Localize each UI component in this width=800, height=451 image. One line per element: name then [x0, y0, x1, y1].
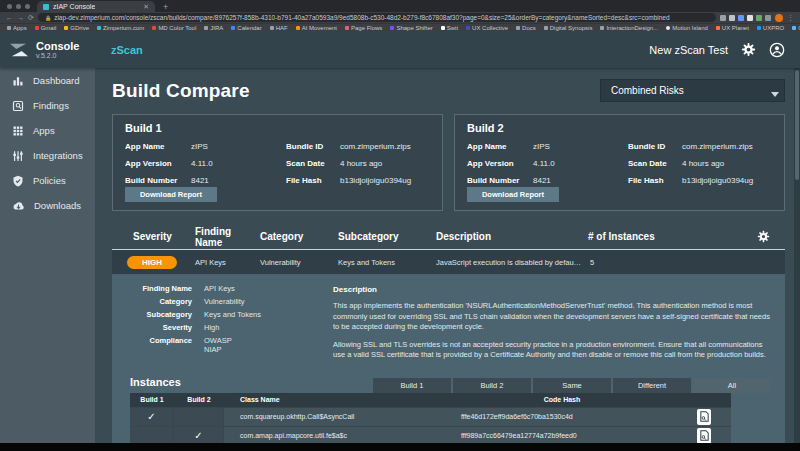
sidebar-item-findings[interactable]: Findings [0, 93, 95, 118]
file-report-icon [700, 411, 709, 422]
sidebar-item-apps[interactable]: Apps [0, 118, 95, 143]
finding-row[interactable]: HIGH API Keys Vulnerability Keys and Tok… [112, 250, 785, 274]
tab-build-2[interactable]: Build 2 [453, 378, 531, 393]
browser-menu-icon[interactable]: ⋮ [787, 14, 794, 22]
column-header[interactable]: Severity [133, 231, 195, 242]
tab-same[interactable]: Same [533, 378, 611, 393]
instances-section: Instances Build 1 Build 2 Same Different… [130, 376, 771, 443]
new-tab-button[interactable]: + [163, 3, 168, 12]
bookmark-item[interactable]: Shape Shifter [390, 25, 432, 31]
sidebar-item-downloads[interactable]: Downloads [0, 193, 95, 218]
instances-title: Instances [130, 376, 181, 388]
bookmark-item[interactable]: Docs [516, 25, 536, 31]
bookmark-item[interactable]: JIRA [204, 25, 223, 31]
bookmark-item[interactable]: Gmail [35, 25, 57, 31]
chevron-down-icon [771, 92, 779, 97]
column-header[interactable]: Subcategory [338, 231, 436, 242]
column-header[interactable]: # of Instances [588, 231, 757, 242]
tab-build-1[interactable]: Build 1 [373, 378, 451, 393]
build-card-title: Build 1 [125, 122, 430, 134]
meta-value: High [204, 323, 326, 332]
meta-value: Vulnerability [204, 297, 326, 306]
field-label: File Hash [628, 176, 682, 185]
window-close-button[interactable] [7, 4, 12, 9]
scrollbar-thumb[interactable] [795, 70, 799, 180]
findings-table-header: Severity Finding Name Category Subcatego… [112, 224, 785, 250]
bookmark-favicon-icon [792, 26, 796, 30]
forward-icon[interactable]: → [17, 14, 24, 21]
back-icon[interactable]: ← [6, 14, 13, 21]
tab-all[interactable]: All [693, 378, 771, 393]
window-controls[interactable] [0, 4, 37, 9]
address-bar[interactable]: 🔒 ziap-dev.zimperium.com/console/zscan/b… [38, 13, 716, 22]
bookmark-item[interactable]: UXPRO [757, 25, 784, 31]
column-header[interactable]: Finding Name [195, 226, 260, 248]
extension-icon[interactable] [765, 15, 771, 21]
column-header[interactable]: Category [260, 231, 338, 242]
column-header: Code Hash [427, 396, 697, 403]
field-value: b13idjoijoigu0394ug [682, 176, 772, 185]
instances-table: Build 1 Build 2 Class Name Code Hash ✓ c… [130, 393, 731, 443]
file-report-icon [700, 430, 709, 441]
new-zscan-test-button[interactable]: New zScan Test [649, 44, 728, 56]
bookmark-item[interactable]: Zimperium.com [97, 25, 144, 31]
product-name: Console [36, 40, 79, 52]
bookmark-item[interactable]: AI Movement [296, 25, 337, 31]
field-label: Bundle ID [628, 142, 682, 151]
build2-check-icon [174, 408, 224, 426]
logo-block[interactable]: Console v.5.2.0 [0, 40, 95, 59]
extension-icon[interactable] [729, 15, 735, 21]
bookmark-favicon-icon [270, 26, 274, 30]
tab-different[interactable]: Different [613, 378, 691, 393]
extension-icon[interactable] [747, 15, 753, 21]
dashboard-icon [12, 75, 24, 87]
risk-filter-dropdown[interactable]: Combined Risks [600, 79, 785, 102]
sidebar-item-dashboard[interactable]: Dashboard [0, 68, 95, 93]
table-settings-gear-icon[interactable] [757, 230, 770, 243]
extension-icon[interactable] [720, 15, 726, 21]
bookmark-item[interactable]: Motion Island [666, 25, 708, 31]
column-header[interactable]: Description [436, 231, 588, 242]
bookmark-item[interactable]: Swit [441, 25, 458, 31]
view-report-button[interactable] [697, 428, 711, 443]
user-avatar-icon[interactable] [769, 42, 785, 58]
bookmark-item[interactable]: MD Color Tool [152, 25, 196, 31]
settings-gear-icon[interactable] [741, 42, 756, 57]
bookmark-item[interactable]: Calendar [231, 25, 261, 31]
download-report-button[interactable]: Download Report [125, 187, 217, 202]
browser-tab[interactable]: zIAP Console ✕ [37, 1, 155, 12]
field-value: 4.11.0 [191, 159, 286, 168]
bookmark-favicon-icon [544, 26, 548, 30]
bookmark-item[interactable]: Digital Synopsis [544, 25, 593, 31]
bookmark-favicon-icon [7, 26, 11, 30]
sidebar-item-policies[interactable]: Policies [0, 168, 95, 193]
bookmark-item[interactable]: Apps [7, 25, 27, 31]
bookmark-item[interactable]: HAF [270, 25, 288, 31]
bookmark-item[interactable]: InteractionDesign... [600, 25, 658, 31]
bookmark-item[interactable]: UX Planet [716, 25, 749, 31]
severity-badge[interactable]: HIGH [127, 256, 177, 269]
view-report-button[interactable] [697, 409, 711, 425]
tab-close-icon[interactable]: ✕ [143, 3, 149, 11]
tab-strip: zIAP Console ✕ + [0, 0, 800, 12]
page-scrollbar[interactable] [794, 68, 800, 443]
instances-table-header: Build 1 Build 2 Class Name Code Hash [130, 393, 731, 407]
bookmark-favicon-icon [466, 26, 470, 30]
subcategory-cell: Keys and Tokens [338, 258, 436, 267]
bookmark-item[interactable]: GDrive [64, 25, 89, 31]
build1-check-icon [130, 427, 174, 443]
sidebar-item-integrations[interactable]: Integrations [0, 143, 95, 168]
bookmark-item[interactable]: Customer Facing... [792, 25, 800, 31]
browser-profile-avatar[interactable] [775, 14, 783, 22]
field-value: 4 hours ago [340, 159, 430, 168]
extension-icon[interactable] [756, 15, 762, 21]
bookmark-item[interactable]: Page Flows [345, 25, 382, 31]
download-report-button[interactable]: Download Report [467, 187, 559, 202]
instance-row: ✓ com.amap.api.mapcore.util.fe$a$c fff98… [130, 426, 731, 443]
reload-icon[interactable]: ⟳ [28, 14, 34, 21]
bookmark-item[interactable]: UX Collective [466, 25, 508, 31]
extension-icon[interactable] [738, 15, 744, 21]
window-minimize-button[interactable] [16, 4, 21, 9]
code-hash-cell: fffe46d172eff9da6ef6c70ba1530c4d [427, 413, 697, 420]
window-zoom-button[interactable] [25, 4, 30, 9]
